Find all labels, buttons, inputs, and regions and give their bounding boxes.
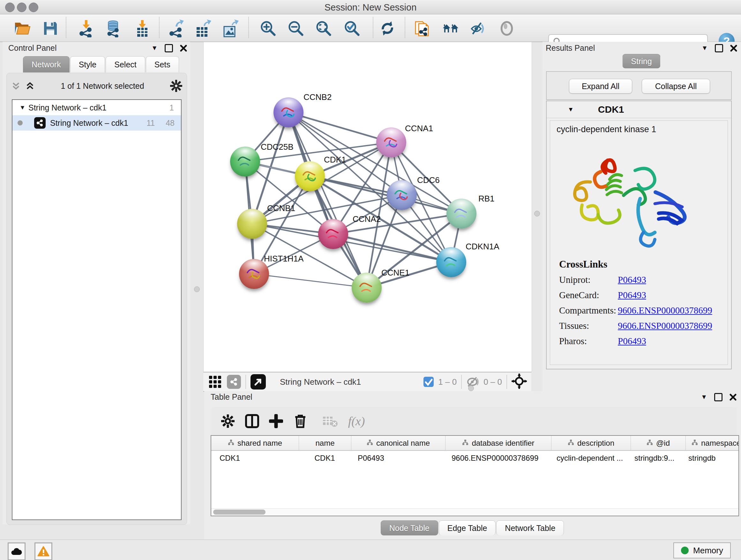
panel-float-icon[interactable] [715, 44, 723, 52]
node-CCNA1[interactable] [376, 127, 406, 158]
expand-all-icon[interactable] [25, 81, 35, 91]
save-session-icon[interactable] [42, 20, 59, 37]
network-share-view-icon[interactable] [227, 375, 241, 389]
cell-shared-name[interactable]: CDK1 [211, 451, 299, 465]
protein-card-header[interactable]: ▼ CDK1 [547, 101, 731, 118]
refresh-layout-icon[interactable] [379, 20, 396, 37]
right-splitter-handle[interactable] [534, 211, 540, 216]
node-table[interactable]: shared namenamecanonical namedatabase id… [211, 435, 739, 516]
column-header-database-identifier[interactable]: database identifier [446, 436, 551, 450]
cell-name[interactable]: CDK1 [299, 451, 351, 465]
network-row[interactable]: String Network – cdk1 11 48 [12, 115, 181, 131]
panel-float-icon[interactable] [165, 44, 173, 52]
function-builder-icon[interactable]: f(x) [342, 413, 371, 429]
crosslink-link[interactable]: 9606.ENSP00000378699 [618, 320, 712, 331]
tab-select[interactable]: Select [106, 56, 145, 72]
node-CCNB1[interactable] [237, 209, 267, 239]
node-RB1[interactable] [447, 199, 476, 229]
zoom-fit-icon[interactable] [315, 20, 332, 37]
cell-database-identifier[interactable]: 9606.ENSP00000378699 [445, 451, 550, 465]
tab-style[interactable]: Style [70, 56, 105, 72]
home-pair-icon[interactable] [442, 20, 459, 37]
birdseye-crosshair-icon[interactable] [512, 374, 527, 390]
delete-table-icon[interactable] [322, 413, 338, 429]
memory-button[interactable]: Memory [673, 543, 731, 558]
table-options-gear-icon[interactable] [219, 413, 236, 429]
export-network-icon[interactable] [169, 20, 185, 37]
string-query-icon[interactable] [414, 20, 430, 37]
tab-network-table[interactable]: Network Table [496, 520, 564, 536]
cloud-status-button[interactable] [8, 543, 25, 560]
inactive-eye-icon[interactable] [498, 20, 515, 37]
protein-thumbnail [318, 219, 348, 249]
collapse-all-button[interactable]: Collapse All [642, 79, 710, 94]
grid-view-icon[interactable] [208, 375, 222, 388]
panel-close-icon[interactable] [180, 45, 187, 52]
crosslink-link[interactable]: 9606.ENSP00000378699 [618, 305, 712, 316]
crosslink-link[interactable]: P06493 [618, 336, 646, 347]
panel-menu-icon[interactable]: ▼ [701, 44, 708, 52]
panel-close-icon[interactable] [730, 394, 737, 401]
add-column-icon[interactable] [268, 413, 284, 429]
selected-checkbox-icon[interactable] [423, 376, 434, 388]
open-session-icon[interactable] [14, 20, 30, 37]
scrollbar-thumb[interactable] [213, 509, 266, 515]
export-image-icon[interactable] [223, 20, 239, 37]
cell-description[interactable]: cyclin-dependent ... [550, 451, 629, 465]
card-expander-icon[interactable]: ▼ [568, 106, 574, 113]
expand-all-button[interactable]: Expand All [569, 79, 632, 94]
panel-menu-icon[interactable]: ▼ [151, 44, 158, 52]
zoom-selected-icon[interactable] [344, 20, 360, 37]
crosslink-link[interactable]: P06493 [618, 274, 646, 285]
node-CCNE1[interactable] [352, 273, 382, 303]
cytoscape-window: Session: New Session [0, 0, 741, 560]
import-network-file-icon[interactable] [78, 20, 95, 37]
edge-CCNE1-HIST1H1A[interactable] [254, 274, 367, 288]
column-header-namespace[interactable]: namespace [686, 436, 739, 450]
node-CDC25B[interactable] [230, 146, 260, 177]
column-header-shared-name[interactable]: shared name [211, 436, 299, 450]
export-table-icon[interactable] [195, 20, 212, 37]
hide-panel-eye-icon[interactable] [470, 20, 486, 37]
tab-edge-table[interactable]: Edge Table [439, 520, 496, 536]
column-header--id[interactable]: @id [631, 436, 686, 450]
tab-sets[interactable]: Sets [146, 56, 179, 72]
panel-menu-icon[interactable]: ▼ [701, 393, 707, 401]
column-header-description[interactable]: description [551, 436, 631, 450]
network-options-gear-icon[interactable] [170, 80, 182, 92]
show-columns-icon[interactable] [244, 413, 260, 429]
node-count: 11 [146, 118, 155, 128]
detach-view-icon[interactable] [251, 374, 266, 389]
network-canvas[interactable]: CCNB2CCNA1CDC25BCDK1CDC6RB1CCNB1CCNA2CDK… [203, 42, 532, 372]
panel-float-icon[interactable] [714, 393, 723, 401]
zoom-in-icon[interactable] [260, 20, 276, 37]
node-CDC6[interactable] [387, 180, 417, 210]
table-horizontal-scrollbar[interactable] [211, 508, 738, 516]
table-row[interactable]: CDK1CDK1P064939606.ENSP00000378699cyclin… [211, 451, 738, 465]
tab-network[interactable]: Network [23, 56, 70, 72]
import-network-database-icon[interactable] [105, 20, 122, 37]
crosslink-link[interactable]: P06493 [618, 290, 646, 300]
tree-expander-icon[interactable]: ▼ [19, 104, 28, 111]
import-table-file-icon[interactable] [134, 20, 151, 37]
left-splitter-handle[interactable] [194, 287, 200, 292]
network-collection-row[interactable]: ▼ String Network – cdk1 1 [12, 100, 181, 115]
panel-close-icon[interactable] [730, 45, 737, 52]
node-CCNB2[interactable] [273, 98, 304, 127]
warning-status-button[interactable] [35, 543, 52, 560]
cell--id[interactable]: stringdb:9... [629, 451, 684, 465]
cell-canonical-name[interactable]: P06493 [351, 451, 445, 465]
column-header-canonical-name[interactable]: canonical name [351, 436, 446, 450]
horizontal-splitter-handle[interactable] [468, 385, 474, 391]
delete-column-icon[interactable] [292, 413, 309, 429]
node-CCNA2[interactable] [318, 219, 348, 249]
tab-node-table[interactable]: Node Table [381, 520, 438, 536]
collapse-all-icon[interactable] [11, 81, 21, 91]
zoom-out-icon[interactable] [287, 20, 304, 37]
tab-string[interactable]: String [622, 54, 660, 68]
cell-namespace[interactable]: stringdb [684, 451, 739, 465]
column-header-name[interactable]: name [299, 436, 351, 450]
network-view-toolbar: String Network – cdk1 1 – 0 0 – 0 [203, 372, 531, 392]
node-CDKN1A[interactable] [436, 247, 466, 277]
node-CDK1[interactable] [295, 161, 325, 191]
